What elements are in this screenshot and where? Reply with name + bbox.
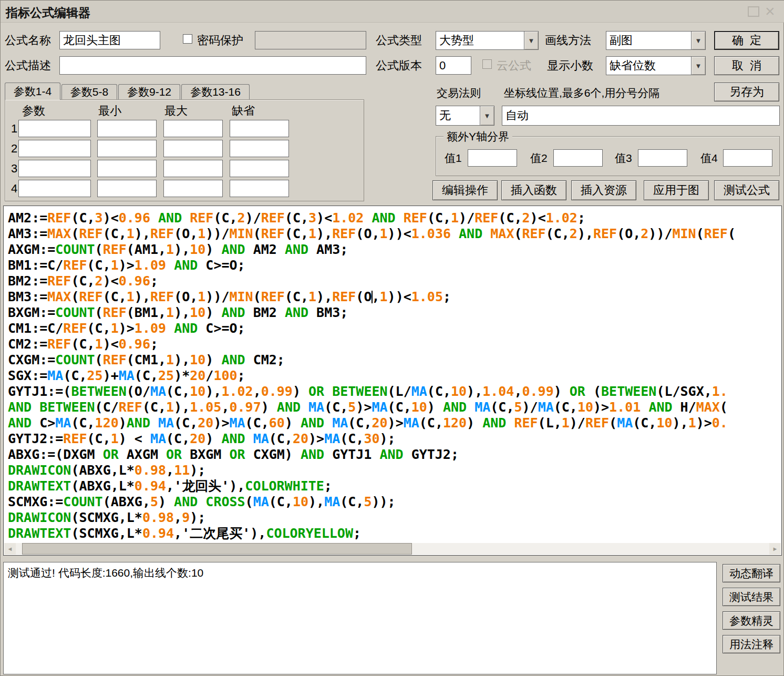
decimal-display-select[interactable]: 缺省位数 ▼ — [606, 56, 706, 75]
tab-params-3[interactable]: 参数13-16 — [181, 84, 250, 99]
window-title: 指标公式编辑器 — [6, 5, 90, 21]
test-result-box: 测试通过! 代码长度:1660,输出线个数:10 — [3, 562, 717, 674]
param-input[interactable] — [230, 120, 289, 137]
chevron-down-icon[interactable]: ▼ — [691, 32, 705, 49]
horizontal-scrollbar[interactable]: ◄ ► — [4, 543, 781, 555]
code-line[interactable]: SCMXG:=COUNT(ABXG,5) AND CROSS(MA(C,10),… — [8, 494, 781, 510]
formula-desc-input[interactable] — [59, 56, 366, 75]
code-editor[interactable]: AM2:=REF(C,3)<0.96 AND REF(C,2)/REF(C,3)… — [3, 206, 782, 556]
code-line[interactable]: DRAWICON(ABXG,L*0.98,11); — [8, 463, 781, 478]
insert-function-button[interactable]: 插入函数 — [501, 180, 566, 200]
code-line[interactable]: BXGM:=COUNT(REF(BM1,1),10) AND BM2 AND B… — [8, 305, 781, 321]
dynamic-translate-button[interactable]: 动态翻译 — [723, 564, 780, 582]
code-line[interactable]: DRAWTEXT(ABXG,L*0.94,'龙回头'),COLORWHITE; — [8, 478, 781, 494]
formula-name-label: 公式名称 — [5, 34, 51, 47]
password-protect-label: 密码保护 — [197, 34, 243, 47]
param-input[interactable] — [230, 160, 289, 177]
test-result-message: 测试通过! 代码长度:1660,输出线个数:10 — [8, 566, 203, 580]
edit-ops-button[interactable]: 编辑操作 — [432, 180, 498, 200]
code-line[interactable]: GYTJ2:=REF(C,1) < MA(C,20) AND MA(C,20)>… — [8, 431, 781, 447]
formula-type-label: 公式类型 — [376, 34, 422, 47]
code-line[interactable]: SGX:=MA(C,25)+MA(C,25)*20/100; — [8, 368, 781, 384]
param-input[interactable] — [97, 140, 157, 157]
scroll-right-icon[interactable]: ► — [769, 543, 781, 555]
code-line[interactable]: GYTJ1:=(BETWEEN(O/MA(C,10),1.02,0.99) OR… — [8, 384, 781, 400]
chevron-down-icon[interactable]: ▼ — [480, 106, 494, 125]
test-formula-button[interactable]: 测试公式 — [714, 180, 779, 200]
tab-params-2[interactable]: 参数9-12 — [118, 84, 180, 99]
trade-rule-label: 交易法则 — [437, 86, 481, 100]
apply-to-chart-button[interactable]: 应用于图 — [644, 180, 709, 200]
code-line[interactable]: AM2:=REF(C,3)<0.96 AND REF(C,2)/REF(C,3)… — [8, 210, 781, 226]
param-input[interactable] — [97, 180, 157, 197]
formula-name-input[interactable]: 龙回头主图 — [59, 31, 160, 49]
chevron-down-icon[interactable]: ▼ — [524, 32, 538, 49]
coord-line-input[interactable]: 自动 — [502, 106, 780, 126]
code-line[interactable]: CM1:=C/REF(C,1)>1.09 AND C>=O; — [8, 321, 781, 336]
code-line[interactable]: DRAWICON(SCMXG,L*0.98,9); — [8, 510, 781, 526]
yaxis-value-input[interactable] — [553, 149, 603, 167]
insert-resource-button[interactable]: 插入资源 — [571, 180, 636, 200]
yaxis-value-input[interactable] — [638, 149, 687, 167]
param-input[interactable] — [18, 120, 91, 137]
chevron-down-icon[interactable]: ▼ — [691, 57, 705, 75]
formula-type-select[interactable]: 大势型 ▼ — [436, 31, 539, 50]
trade-rule-value: 无 — [436, 106, 480, 125]
code-line[interactable]: BM1:=C/REF(C,1)>1.09 AND C>=O; — [8, 258, 781, 273]
test-result-button[interactable]: 测试结果 — [723, 588, 780, 606]
scroll-left-icon[interactable]: ◄ — [4, 543, 16, 555]
yaxis-value-label: 值2 — [530, 151, 548, 165]
param-input[interactable] — [97, 120, 157, 137]
yaxis-value-input[interactable] — [468, 149, 517, 167]
param-header: 最小 — [98, 104, 121, 118]
code-line[interactable]: BM3:=MAX(REF(C,1),REF(O,1))/MIN(REF(C,1)… — [8, 289, 781, 305]
param-input[interactable] — [163, 180, 223, 197]
code-line[interactable]: AND BETWEEN(C/REF(C,1),1.05,0.97) AND MA… — [8, 400, 781, 415]
draw-method-value: 副图 — [606, 32, 691, 49]
param-input[interactable] — [163, 160, 223, 177]
tab-params-1[interactable]: 参数5-8 — [61, 84, 117, 99]
cancel-button[interactable]: 取 消 — [714, 56, 779, 75]
formula-editor-dialog: 指标公式编辑器 × 公式名称 龙回头主图 密码保护 公式类型 大势型 ▼ 画线方… — [0, 0, 784, 676]
ok-button[interactable]: 确 定 — [714, 31, 779, 50]
param-header: 参数 — [22, 104, 45, 118]
param-input[interactable] — [18, 140, 91, 157]
maximize-icon[interactable] — [748, 6, 759, 17]
code-line[interactable]: BM2:=REF(C,2)<0.96; — [8, 273, 781, 289]
formula-version-input[interactable]: 0 — [436, 56, 471, 75]
trade-rule-select[interactable]: 无 ▼ — [436, 106, 494, 126]
param-input[interactable] — [97, 160, 157, 177]
param-wizard-button[interactable]: 参数精灵 — [723, 611, 780, 630]
code-line[interactable]: CM2:=REF(C,1)<0.96; — [8, 336, 781, 352]
extra-yaxis-group: 额外Y轴分界 值1值2值3值4 — [436, 136, 780, 176]
password-protect-checkbox[interactable] — [183, 34, 192, 44]
param-input[interactable] — [230, 140, 289, 157]
param-input[interactable] — [163, 140, 223, 157]
usage-notes-button[interactable]: 用法注释 — [723, 635, 780, 653]
tab-params-0[interactable]: 参数1-4 — [5, 83, 60, 100]
code-line[interactable]: ABXG:=(DXGM OR AXGM OR BXGM OR CXGM) AND… — [8, 447, 781, 463]
scrollbar-thumb[interactable] — [22, 543, 412, 555]
title-bar: 指标公式编辑器 × — [1, 1, 784, 23]
code-line[interactable]: CXGM:=COUNT(REF(CM1,1),10) AND CM2; — [8, 352, 781, 368]
param-input[interactable] — [18, 180, 91, 197]
close-icon[interactable]: × — [765, 2, 775, 21]
extra-yaxis-title: 额外Y轴分界 — [443, 129, 512, 144]
decimal-display-label: 显示小数 — [547, 59, 593, 73]
code-line[interactable]: AM3:=MAX(REF(C,1),REF(O,1))/MIN(REF(C,1)… — [8, 226, 781, 242]
formula-version-label: 公式版本 — [376, 59, 422, 73]
yaxis-value-input[interactable] — [723, 149, 772, 167]
text-caret — [372, 291, 373, 303]
param-input[interactable] — [163, 120, 223, 137]
draw-method-select[interactable]: 副图 ▼ — [606, 31, 706, 50]
param-row-label: 1 — [11, 122, 17, 136]
code-text[interactable]: AM2:=REF(C,3)<0.96 AND REF(C,2)/REF(C,3)… — [8, 210, 781, 541]
code-line[interactable]: DRAWTEXT(SCMXG,L*0.94,'二次尾买'),COLORYELLO… — [8, 526, 781, 541]
save-as-button[interactable]: 另存为 — [714, 83, 779, 101]
param-input[interactable] — [230, 180, 289, 197]
code-line[interactable]: AND C>MA(C,120)AND MA(C,20)>MA(C,60) AND… — [8, 415, 781, 431]
param-header: 最大 — [164, 104, 188, 118]
param-header: 缺省 — [232, 104, 255, 118]
code-line[interactable]: AXGM:=COUNT(REF(AM1,1),10) AND AM2 AND A… — [8, 242, 781, 258]
param-input[interactable] — [18, 160, 91, 177]
